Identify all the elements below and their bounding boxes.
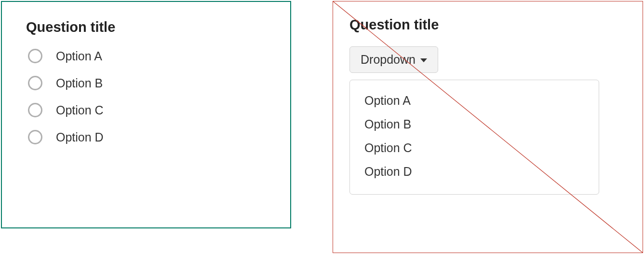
radio-icon: [28, 76, 42, 90]
radio-option-a[interactable]: Option A: [28, 49, 266, 63]
radio-label: Option D: [56, 130, 104, 144]
dropdown-option-d[interactable]: Option D: [364, 160, 584, 183]
bad-example-panel: Question title Dropdown Option A Option …: [333, 1, 643, 253]
radio-group: Option A Option B Option C Option D: [28, 49, 266, 144]
dropdown-option-b[interactable]: Option B: [364, 113, 584, 136]
question-title: Question title: [349, 17, 626, 33]
radio-icon: [28, 49, 42, 63]
caret-down-icon: [420, 58, 427, 62]
radio-label: Option A: [56, 49, 102, 63]
radio-label: Option B: [56, 76, 103, 90]
radio-icon: [28, 130, 42, 144]
good-example-panel: Question title Option A Option B Option …: [1, 1, 291, 228]
question-title: Question title: [26, 19, 266, 35]
radio-option-c[interactable]: Option C: [28, 103, 266, 117]
dropdown-label: Dropdown: [361, 53, 416, 67]
radio-option-b[interactable]: Option B: [28, 76, 266, 90]
radio-icon: [28, 103, 42, 117]
dropdown-menu: Option A Option B Option C Option D: [349, 80, 599, 195]
radio-option-d[interactable]: Option D: [28, 130, 266, 144]
dropdown-option-c[interactable]: Option C: [364, 136, 584, 160]
dropdown-toggle-button[interactable]: Dropdown: [349, 46, 438, 73]
dropdown-option-a[interactable]: Option A: [364, 89, 584, 113]
radio-label: Option C: [56, 103, 104, 117]
